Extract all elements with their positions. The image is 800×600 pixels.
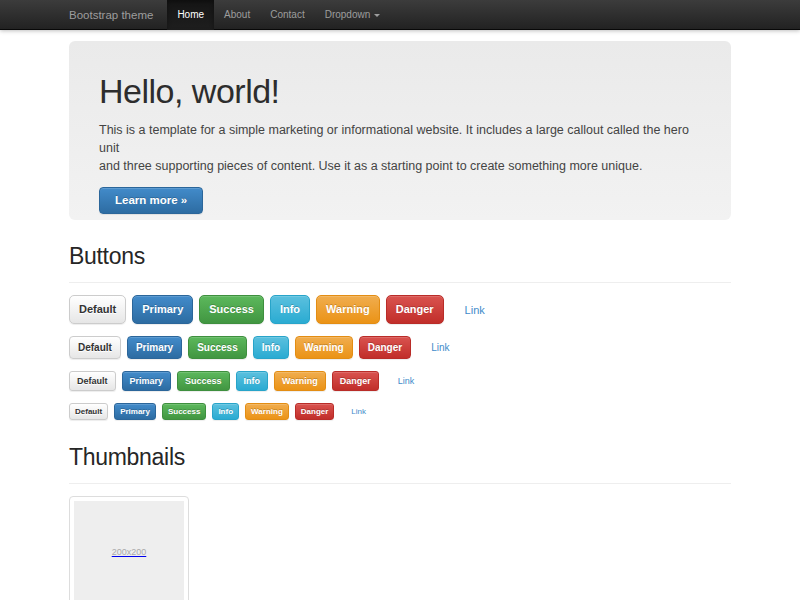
hero-description: This is a template for a simple marketin…: [99, 121, 709, 175]
success-button-xs[interactable]: Success: [162, 403, 206, 420]
nav-item-contact-wrap: Contact: [260, 0, 314, 30]
nav-item-about[interactable]: About: [214, 0, 260, 30]
primary-button-xs[interactable]: Primary: [114, 403, 156, 420]
learn-more-button[interactable]: Learn more »: [99, 187, 203, 215]
primary-button-small[interactable]: Primary: [122, 371, 172, 391]
caret-down-icon: [374, 14, 380, 17]
navbar-brand[interactable]: Bootstrap theme: [69, 0, 167, 30]
danger-button-small[interactable]: Danger: [332, 371, 379, 391]
link-button-default[interactable]: Link: [423, 337, 457, 359]
nav-item-home[interactable]: Home: [167, 0, 214, 30]
button-row-extra-small: Default Primary Success Info Warning Dan…: [69, 403, 731, 420]
success-button-small[interactable]: Success: [177, 371, 230, 391]
warning-button-xs[interactable]: Warning: [245, 403, 289, 420]
hero-description-line2: and three supporting pieces of content. …: [99, 157, 709, 175]
navbar: Bootstrap theme Home About Contact Dropd…: [0, 0, 800, 30]
info-button-large[interactable]: Info: [270, 295, 310, 324]
button-row-large: Default Primary Success Info Warning Dan…: [69, 295, 731, 324]
success-button-large[interactable]: Success: [199, 295, 264, 324]
hero-description-line1: This is a template for a simple marketin…: [99, 121, 709, 157]
info-button-default[interactable]: Info: [253, 336, 289, 359]
danger-button-xs[interactable]: Danger: [295, 403, 335, 420]
primary-button-default[interactable]: Primary: [127, 336, 182, 359]
info-button-xs[interactable]: Info: [212, 403, 239, 420]
warning-button-default[interactable]: Warning: [295, 336, 353, 359]
primary-button-large[interactable]: Primary: [132, 295, 193, 324]
nav-item-dropdown-wrap: Dropdown: [315, 0, 391, 30]
default-button-large[interactable]: Default: [69, 295, 126, 324]
link-button-xs[interactable]: Link: [346, 404, 371, 420]
link-button-large[interactable]: Link: [456, 296, 494, 324]
navbar-inner: Bootstrap theme Home About Contact Dropd…: [69, 0, 731, 30]
default-button-xs[interactable]: Default: [69, 403, 108, 420]
navbar-menu: Home About Contact Dropdown: [167, 0, 390, 30]
nav-item-dropdown-label: Dropdown: [325, 9, 371, 20]
nav-item-dropdown[interactable]: Dropdown: [315, 0, 391, 30]
default-button-default[interactable]: Default: [69, 336, 121, 359]
thumbnail-item[interactable]: 200x200: [69, 496, 189, 600]
warning-button-large[interactable]: Warning: [316, 295, 380, 324]
nav-item-contact[interactable]: Contact: [260, 0, 314, 30]
default-button-small[interactable]: Default: [69, 371, 116, 391]
hero-unit: Hello, world! This is a template for a s…: [69, 41, 731, 220]
danger-button-large[interactable]: Danger: [386, 295, 444, 324]
nav-item-about-wrap: About: [214, 0, 260, 30]
thumbnails-section-heading: Thumbnails: [69, 444, 731, 484]
nav-item-home-wrap: Home: [167, 0, 214, 30]
hero-title: Hello, world!: [99, 71, 701, 112]
info-button-small[interactable]: Info: [236, 371, 269, 391]
warning-button-small[interactable]: Warning: [274, 371, 326, 391]
button-row-default: Default Primary Success Info Warning Dan…: [69, 336, 731, 359]
placeholder-image: 200x200: [74, 501, 184, 600]
success-button-default[interactable]: Success: [188, 336, 247, 359]
buttons-section-heading: Buttons: [69, 243, 731, 283]
link-button-small[interactable]: Link: [391, 372, 422, 391]
danger-button-default[interactable]: Danger: [359, 336, 411, 359]
button-row-small: Default Primary Success Info Warning Dan…: [69, 371, 731, 391]
main-container: Hello, world! This is a template for a s…: [69, 41, 731, 600]
